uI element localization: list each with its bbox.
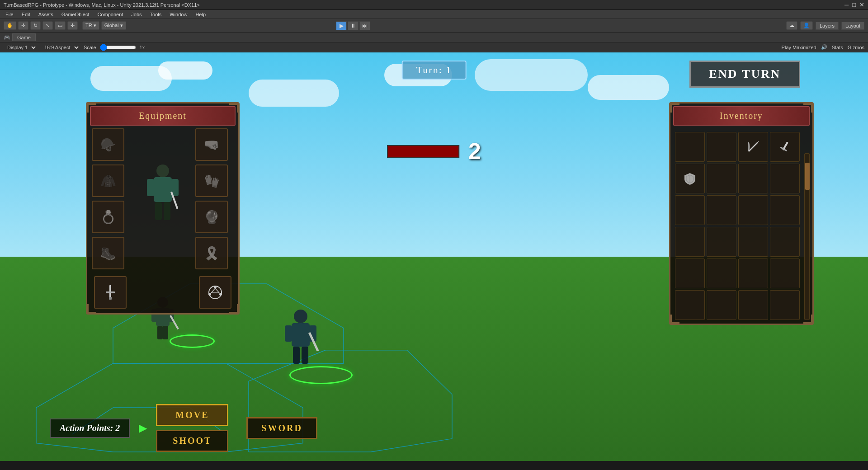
- equip-slot-amulet[interactable]: 🔮: [195, 201, 228, 233]
- inv-slot-1[interactable]: [707, 132, 736, 162]
- turn-text: Turn: 1: [416, 64, 452, 75]
- inv-slot-10[interactable]: [738, 195, 768, 225]
- inv-slot-0[interactable]: [675, 132, 705, 162]
- inv-slot-bow[interactable]: [738, 132, 768, 162]
- svg-point-52: [208, 293, 211, 296]
- inv-slot-16[interactable]: [675, 258, 705, 288]
- svg-rect-41: [147, 179, 154, 196]
- inv-slot-18[interactable]: [738, 258, 768, 288]
- tool-all[interactable]: ✢: [67, 21, 78, 30]
- scale-value: 1x: [140, 45, 145, 50]
- equip-slot-offhand[interactable]: 🤜: [195, 128, 228, 161]
- inventory-scrollbar-thumb[interactable]: [805, 163, 810, 190]
- svg-rect-40: [154, 177, 172, 202]
- game-viewport: Turn: 1 END TURN 2 Equipment 🪖 🧥: [0, 52, 868, 461]
- shoot-button[interactable]: SHOOT: [156, 430, 228, 452]
- play-button[interactable]: ▶: [336, 21, 347, 30]
- svg-point-50: [214, 286, 217, 288]
- equip-slot-ring[interactable]: 💍: [92, 201, 124, 233]
- gizmos-btn[interactable]: Gizmos: [848, 45, 864, 50]
- toolbar: ✋ ✛ ↻ ⤡ ▭ ✢ TR ▾ Global ▾ ▶ ⏸ ⏭ ☁ 👤 Laye…: [0, 19, 868, 33]
- equipment-panel: Equipment 🪖 🧥 💍 🥾: [86, 102, 240, 315]
- equipment-title: Equipment: [139, 111, 187, 121]
- display-select[interactable]: Display 1: [4, 44, 37, 51]
- weapon-slot-row: [87, 274, 238, 313]
- maximize-icon[interactable]: □: [852, 1, 856, 8]
- inventory-scrollbar[interactable]: [804, 153, 810, 320]
- equip-belt-icon: 🎗️: [204, 246, 220, 261]
- equipment-header: Equipment: [90, 106, 236, 126]
- equip-slot-gloves[interactable]: 🧤: [195, 164, 228, 197]
- tool-rotate[interactable]: ↻: [30, 21, 41, 30]
- equip-right-col: 🤜 🧤 🔮 🎗️: [195, 128, 234, 269]
- menu-window[interactable]: Window: [166, 11, 191, 18]
- maximize-toggle[interactable]: Play Maximized: [782, 45, 816, 50]
- game-tab[interactable]: Game: [12, 33, 36, 41]
- menu-edit[interactable]: Edit: [18, 11, 34, 18]
- equip-slot-head[interactable]: 🪖: [92, 128, 124, 161]
- inv-slot-7[interactable]: [770, 164, 800, 193]
- menu-tools[interactable]: Tools: [146, 11, 165, 18]
- svg-rect-44: [164, 202, 170, 220]
- menu-component[interactable]: Component: [94, 11, 127, 18]
- layers-button[interactable]: Layers: [816, 22, 839, 30]
- pause-button[interactable]: ⏸: [348, 21, 359, 30]
- equip-slot-chest[interactable]: 🧥: [92, 164, 124, 197]
- menu-assets[interactable]: Assets: [35, 11, 57, 18]
- layout-button[interactable]: Layout: [841, 22, 864, 30]
- action-points-box: Action Points: 2: [50, 418, 130, 438]
- global-button[interactable]: Global ▾: [101, 21, 126, 30]
- tool-rect[interactable]: ▭: [55, 21, 66, 30]
- end-turn-button[interactable]: END TURN: [689, 61, 800, 88]
- equip-slot-special[interactable]: [199, 276, 231, 309]
- menu-file[interactable]: File: [2, 11, 17, 18]
- inv-slot-shield[interactable]: [675, 164, 705, 193]
- inventory-title: Inventory: [720, 111, 763, 121]
- equip-slot-boots[interactable]: 🥾: [92, 237, 124, 269]
- svg-point-32: [294, 310, 307, 323]
- step-button[interactable]: ⏭: [359, 21, 370, 30]
- inv-slot-12[interactable]: [675, 227, 705, 257]
- inv-slot-20[interactable]: [675, 290, 705, 320]
- equip-slot-weapon[interactable]: [94, 276, 127, 309]
- equip-left-col: 🪖 🧥 💍 🥾: [92, 128, 130, 269]
- menu-help[interactable]: Help: [192, 11, 209, 18]
- inv-slot-17[interactable]: [707, 258, 736, 288]
- equip-head-icon: 🪖: [100, 137, 116, 152]
- move-button[interactable]: MOVE: [156, 404, 228, 426]
- tr-button[interactable]: TR ▾: [82, 21, 99, 30]
- toolbar-right: ☁ 👤 Layers Layout: [786, 21, 864, 30]
- inv-corner-tr: [803, 103, 812, 113]
- equip-character-preview: [134, 128, 192, 269]
- inv-slot-15[interactable]: [770, 227, 800, 257]
- scale-slider[interactable]: [100, 44, 136, 51]
- inv-slot-8[interactable]: [675, 195, 705, 225]
- inv-slot-5[interactable]: [707, 164, 736, 193]
- sword-button[interactable]: SWORD: [246, 417, 317, 439]
- inv-slot-13[interactable]: [707, 227, 736, 257]
- inv-slot-dagger[interactable]: [770, 132, 800, 162]
- inv-slot-23[interactable]: [770, 290, 800, 320]
- aspect-select[interactable]: 16:9 Aspect: [41, 44, 80, 51]
- equipment-grid-container: 🪖 🧥 💍 🥾: [87, 128, 238, 274]
- menu-gameobject[interactable]: GameObject: [58, 11, 93, 18]
- minimize-icon[interactable]: ─: [844, 1, 849, 8]
- mute-icon[interactable]: 🔊: [821, 44, 827, 50]
- tool-hand[interactable]: ✋: [4, 21, 16, 30]
- inv-slot-9[interactable]: [707, 195, 736, 225]
- inv-slot-19[interactable]: [770, 258, 800, 288]
- inv-slot-6[interactable]: [738, 164, 768, 193]
- inv-slot-11[interactable]: [770, 195, 800, 225]
- inv-slot-22[interactable]: [738, 290, 768, 320]
- tool-move[interactable]: ✛: [18, 21, 28, 30]
- cloud-button[interactable]: ☁: [786, 21, 797, 30]
- collab-button[interactable]: 👤: [800, 21, 813, 30]
- equip-boots-icon: 🥾: [100, 246, 116, 261]
- close-icon[interactable]: ✕: [859, 1, 864, 8]
- tool-scale[interactable]: ⤡: [42, 21, 53, 30]
- menu-jobs[interactable]: Jobs: [127, 11, 145, 18]
- inv-slot-21[interactable]: [707, 290, 736, 320]
- stats-btn[interactable]: Stats: [832, 45, 843, 50]
- inv-slot-14[interactable]: [738, 227, 768, 257]
- equip-slot-belt[interactable]: 🎗️: [195, 237, 228, 269]
